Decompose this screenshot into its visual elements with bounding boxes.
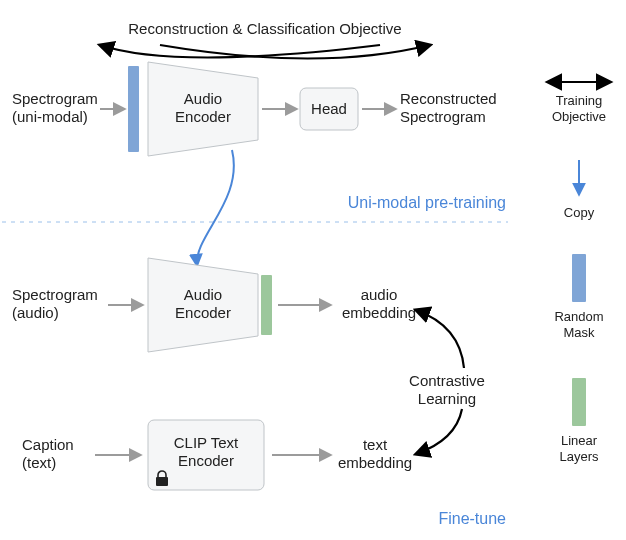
contrastive-l1: Contrastive	[409, 372, 485, 389]
legend-linear-l2: Layers	[559, 449, 599, 464]
recon-l1: Reconstructed	[400, 90, 497, 107]
text-in-l2: (text)	[22, 454, 56, 471]
head-label: Head	[311, 100, 347, 117]
objective-title: Reconstruction & Classification Objectiv…	[128, 20, 401, 37]
input-spectrogram-audio: Spectrogram (audio)	[12, 286, 98, 321]
text-in-l1: Caption	[22, 436, 74, 453]
contrastive-arrow-upper	[416, 310, 464, 368]
audio-in-l2: (audio)	[12, 304, 59, 321]
input-caption-text: Caption (text)	[22, 436, 74, 471]
audio-enc-l1: Audio	[184, 90, 222, 107]
text-emb-l1: text	[363, 436, 388, 453]
random-mask-bar	[128, 66, 139, 152]
contrastive-learning-label: Contrastive Learning	[409, 372, 485, 407]
audio-emb-l2: embedding	[342, 304, 416, 321]
reconstructed-spectrogram: Reconstructed Spectrogram	[400, 90, 497, 125]
clip-l2: Encoder	[178, 452, 234, 469]
contrastive-l2: Learning	[418, 390, 476, 407]
clip-l1: CLIP Text	[174, 434, 239, 451]
stage-finetune: Fine-tune	[438, 510, 506, 527]
audio-encoder-top: Audio Encoder	[148, 62, 258, 156]
legend-mask-l2: Mask	[563, 325, 595, 340]
legend-training-l2: Objective	[552, 109, 606, 124]
stage-unimodal: Uni-modal pre-training	[348, 194, 506, 211]
legend-copy: Copy	[564, 160, 595, 220]
contrastive-arrow-lower	[416, 409, 462, 454]
svg-rect-4	[156, 477, 168, 486]
audio-emb-l1: audio	[361, 286, 398, 303]
head-box: Head	[300, 88, 358, 130]
input-l1: Spectrogram	[12, 90, 98, 107]
svg-rect-8	[572, 378, 586, 426]
audio-enc2-l1: Audio	[184, 286, 222, 303]
legend-training-objective: Training Objective	[548, 82, 610, 124]
audio-in-l1: Spectrogram	[12, 286, 98, 303]
svg-rect-7	[572, 254, 586, 302]
legend-training-l1: Training	[556, 93, 602, 108]
audio-encoder-bottom: Audio Encoder	[148, 258, 258, 352]
copy-arrow	[197, 150, 234, 265]
input-l2: (uni-modal)	[12, 108, 88, 125]
legend-linear-layers: Linear Layers	[559, 378, 599, 464]
clip-text-encoder: CLIP Text Encoder	[148, 420, 264, 490]
input-spectrogram-unimodal: Spectrogram (uni-modal)	[12, 90, 98, 125]
audio-embedding: audio embedding	[342, 286, 416, 321]
audio-enc-l2: Encoder	[175, 108, 231, 125]
legend-copy-label: Copy	[564, 205, 595, 220]
legend-mask-l1: Random	[554, 309, 603, 324]
audio-enc2-l2: Encoder	[175, 304, 231, 321]
recon-l2: Spectrogram	[400, 108, 486, 125]
legend-linear-l1: Linear	[561, 433, 598, 448]
legend-random-mask: Random Mask	[554, 254, 603, 340]
text-embedding: text embedding	[338, 436, 412, 471]
text-emb-l2: embedding	[338, 454, 412, 471]
linear-layers-bar	[261, 275, 272, 335]
